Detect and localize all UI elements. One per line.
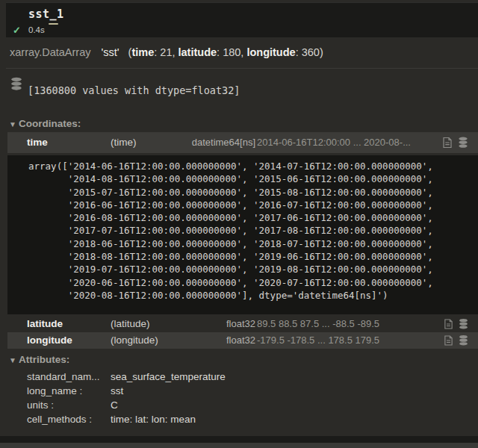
attr-key: long_name : [27, 385, 106, 396]
xarray-header: xarray.DataArray'sst'(time: 21, latitude… [10, 46, 323, 58]
attr-value: C [111, 399, 118, 411]
attrs-toggle-icon[interactable] [444, 335, 453, 346]
attr-key: cell_methods : [27, 414, 106, 425]
attr-key: units : [27, 399, 106, 411]
header-divider [6, 68, 478, 69]
coord-dims: (latitude) [111, 316, 150, 332]
dim-latitude: latitude [179, 46, 217, 58]
coord-row-time: time (time) datetime64[ns] 2014-06-16T12… [7, 132, 478, 153]
data-toggle-icon[interactable] [458, 319, 469, 330]
attrs-toggle-icon[interactable] [442, 137, 453, 149]
notebook-screen: sst_1 ✓ 0.4s xarray.DataArray'sst'(time:… [0, 0, 478, 448]
data-toggle-icon[interactable] [457, 137, 469, 149]
cell-status-bar: ✓ 0.4s [0, 24, 478, 37]
coord-dims: (time) [111, 132, 137, 153]
attr-value: sea_surface_temperature [111, 371, 226, 382]
time-array-repr: array(['2014-06-16T12:00:00.000000000', … [7, 155, 478, 314]
cell-bottom-gap [0, 436, 478, 448]
attributes-section-header[interactable]: ▼Attributes: [9, 354, 69, 365]
cell-output: xarray.DataArray'sst'(time: 21, latitude… [0, 38, 478, 436]
coord-preview: -179.5 -178.5 ... 178.5 179.5 [257, 332, 379, 349]
data-toggle-icon[interactable] [458, 335, 469, 346]
values-preview: [1360800 values with dtype=float32] [28, 84, 240, 96]
dim-time-size: : 21, [154, 46, 178, 58]
dim-longitude-size: : 360) [296, 46, 323, 58]
attr-value: sst [111, 385, 123, 396]
coord-name: time [27, 132, 48, 153]
success-check-icon: ✓ [13, 25, 21, 36]
coord-dtype: float32 [164, 332, 255, 349]
execution-duration: 0.4s [28, 25, 45, 34]
attr-value: time: lat: lon: mean [111, 414, 196, 425]
coord-dims: (longitude) [111, 332, 158, 349]
collapse-triangle-icon: ▼ [9, 120, 16, 128]
dim-time: time [131, 46, 154, 58]
time-array-text: array(['2014-06-16T12:00:00.000000000', … [28, 160, 433, 302]
dims-summary: (time: 21, latitude: 180, longitude: 360… [128, 46, 323, 58]
collapse-triangle-icon: ▼ [9, 356, 16, 364]
database-icon[interactable] [10, 77, 23, 91]
coordinates-section-header[interactable]: ▼Coordinates: [9, 118, 81, 129]
attributes-label: Attributes: [19, 354, 69, 365]
coord-row-longitude: longitude (longitude) float32 -179.5 -17… [7, 332, 478, 349]
code-line[interactable]: sst_1 [28, 7, 64, 21]
coord-name: latitude [27, 316, 63, 332]
next-cell-edge [0, 443, 478, 448]
coord-name: longitude [27, 332, 72, 349]
coord-dtype: float32 [164, 316, 255, 332]
coord-preview: 2014-06-16T12:00:00 ... 2020-08-... [257, 132, 411, 153]
array-name: 'sst' [102, 46, 120, 58]
attr-key: standard_nam... [27, 371, 106, 382]
xarray-type-label: xarray.DataArray [10, 46, 91, 58]
coord-dtype: datetime64[ns] [164, 132, 255, 153]
coordinates-label: Coordinates: [19, 118, 81, 129]
coord-row-latitude: latitude (latitude) float32 89.5 88.5 87… [7, 316, 478, 332]
attrs-toggle-icon[interactable] [444, 319, 453, 330]
dim-latitude-size: : 180, [217, 46, 246, 58]
dim-longitude: longitude [246, 46, 295, 58]
coord-preview: 89.5 88.5 87.5 ... -88.5 -89.5 [257, 316, 379, 332]
